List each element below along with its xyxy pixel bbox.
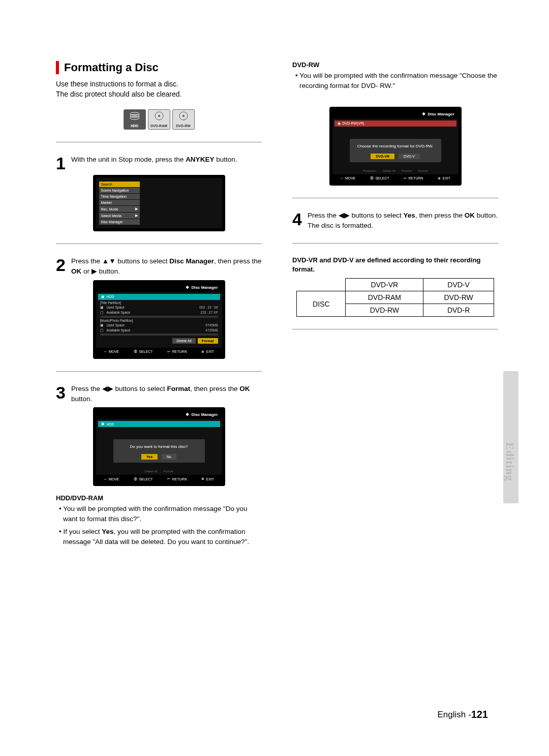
step-4-text: Press the ◀▶ buttons to select Yes, then…	[308, 210, 498, 231]
osd-title: Disc Manager	[332, 110, 459, 118]
osd-menu-item[interactable]: Search	[99, 182, 140, 187]
osd-device-label: DVD-RW(VR)	[343, 122, 364, 125]
modal-yes-button[interactable]: Yes	[141, 454, 158, 460]
osd-disc-manager: Disc Manager ▣HDD [Title Partition] ▣Use…	[93, 280, 225, 359]
osd-format-button[interactable]: Format	[198, 338, 218, 344]
osd-anykey-menu: SearchScene NavigationTime NavigationMar…	[93, 175, 225, 231]
dvd-rw-bullet-1: You will be prompted with the confirmati…	[299, 71, 498, 92]
svg-point-2	[130, 116, 139, 119]
modal-dvd-vr-button[interactable]: DVD-VR	[371, 154, 394, 159]
hdd-ram-bullets: You will be prompted with the confirmati…	[63, 504, 262, 547]
intro-text: Use these instructions to format a disc.…	[56, 79, 262, 99]
select-icon: ⦿	[134, 477, 137, 481]
osd-bottom-bar: ↔MOVE ⦿SELECT ↩RETURN ⊗EXIT	[332, 174, 459, 183]
divider	[292, 329, 498, 329]
table-cell: DVD-R	[423, 304, 494, 317]
exit-icon: ⊗	[201, 477, 204, 481]
osd-modal-text: Choose the recording format for DVD-RW.	[357, 144, 434, 148]
divider	[292, 198, 498, 198]
step-4-number: 4	[292, 210, 308, 228]
osd-format-confirm: Disc Manager ▣HDD Do you want to format …	[93, 407, 225, 486]
step-1-number: 1	[56, 155, 71, 172]
osd-menu-item[interactable]: Rec. Mode▶	[99, 206, 140, 212]
osd-bottom-bar: ↔MOVE ⦿SELECT ↩RETURN ⊗EXIT	[96, 348, 222, 356]
divider	[56, 244, 262, 244]
side-tab-strip	[503, 371, 518, 503]
intro-line-2: The disc protect should also be cleared.	[56, 90, 181, 98]
osd-modal: Choose the recording format for DVD-RW. …	[350, 139, 441, 162]
table-cell: DVD-RW	[346, 304, 423, 317]
move-icon: ↔	[104, 350, 107, 353]
step-1-text: With the unit in Stop mode, press the AN…	[71, 155, 262, 165]
osd-progress-bar	[100, 316, 218, 318]
disc-icon	[177, 111, 190, 120]
chevron-right-icon: ▶	[135, 214, 138, 218]
osd-bottom-bar: ↔MOVE ⦿SELECT ↩RETURN ⊗EXIT	[96, 475, 222, 483]
hdd-ram-bullet-1: You will be prompted with the confirmati…	[63, 504, 262, 525]
modal-no-button[interactable]: No	[162, 454, 176, 460]
table-header-v: DVD-V	[423, 279, 494, 291]
side-tab-label: Editing	[503, 442, 516, 481]
osd-delete-all-button[interactable]: Delete All	[172, 338, 196, 344]
chevron-right-icon: ▶	[135, 207, 138, 211]
footer-language: English -	[437, 710, 471, 720]
media-badges: HDD DVD-RAM DVD-RW	[56, 109, 262, 130]
hdd-ram-bullet-2: If you select Yes, you will be prompted …	[63, 527, 262, 548]
step-3-text: Press the ◀▶ buttons to select Format, t…	[71, 384, 262, 405]
footer-page-number: 121	[471, 709, 488, 720]
svg-point-4	[158, 115, 160, 117]
return-icon: ↩	[167, 477, 170, 481]
format-note: DVD-VR and DVD-V are defined according t…	[292, 256, 498, 274]
divider	[292, 243, 498, 244]
hdd-dvd-ram-heading: HDD/DVD-RAM	[56, 494, 262, 502]
exit-icon: ⊗	[438, 176, 441, 180]
osd-device-label: HDD	[107, 295, 114, 298]
osd-menu-item[interactable]: Select Media▶	[99, 213, 140, 219]
osd-menu-item[interactable]: Scene Navigation	[99, 188, 140, 193]
device-icon: ▣	[101, 295, 105, 299]
badge-hdd: HDD	[124, 109, 146, 130]
osd-title: Disc Manager	[96, 410, 222, 419]
osd-menu-item[interactable]: Time Navigation	[99, 194, 140, 199]
table-cell: DVD-RW	[423, 291, 494, 304]
osd-modal-text: Do you want to format this disc?	[120, 444, 198, 449]
select-icon: ⦿	[134, 350, 137, 353]
badge-dvd-ram: DVD-RAM	[148, 109, 170, 130]
hdd-icon	[129, 111, 141, 120]
badge-ram-label: DVD-RAM	[150, 124, 167, 128]
osd-menu-item[interactable]: Marker	[99, 200, 140, 205]
disc-icon	[153, 111, 165, 120]
table-cell: DVD-RAM	[346, 291, 423, 304]
device-icon: ▣	[101, 422, 105, 426]
modal-dvd-v-button[interactable]: DVD-V	[399, 154, 420, 159]
osd-progress-bar	[100, 334, 218, 336]
step-2-number: 2	[56, 256, 71, 274]
svg-point-6	[182, 115, 185, 117]
dvd-rw-heading: DVD-RW	[292, 61, 498, 69]
divider	[56, 371, 262, 372]
table-row-label: DISC	[297, 291, 346, 317]
dvd-rw-bullets: You will be prompted with the confirmati…	[299, 71, 498, 92]
format-table: DVD-VR DVD-V DISC DVD-RAM DVD-RW DVD-RW …	[296, 278, 494, 317]
step-2-text: Press the ▲▼ buttons to select Disc Mana…	[71, 256, 262, 277]
osd-dvd-rw-format: Disc Manager ◉DVD-RW(VR) Choose the reco…	[329, 107, 462, 186]
return-icon: ↩	[167, 350, 170, 354]
divider	[56, 142, 262, 142]
section-accent-bar	[56, 61, 59, 74]
badge-hdd-label: HDD	[131, 124, 138, 128]
select-icon: ⦿	[370, 176, 374, 180]
step-3-number: 3	[56, 384, 71, 401]
intro-line-1: Use these instructions to format a disc.	[56, 80, 178, 88]
return-icon: ↩	[404, 176, 407, 180]
osd-partition-music: [Music/Photo Partition]	[100, 319, 220, 322]
osd-menu-item[interactable]: Disc Manager	[99, 219, 140, 225]
move-icon: ↔	[104, 477, 107, 481]
table-header-vr: DVD-VR	[346, 279, 423, 291]
badge-dvd-rw: DVD-RW	[172, 109, 195, 130]
section-title: Formatting a Disc	[64, 61, 159, 74]
exit-icon: ⊗	[201, 350, 204, 354]
osd-partition-title: [Title Partition]	[100, 301, 220, 305]
badge-rw-label: DVD-RW	[176, 124, 191, 128]
osd-device-label: HDD	[107, 422, 114, 426]
osd-title: Disc Manager	[96, 283, 222, 292]
